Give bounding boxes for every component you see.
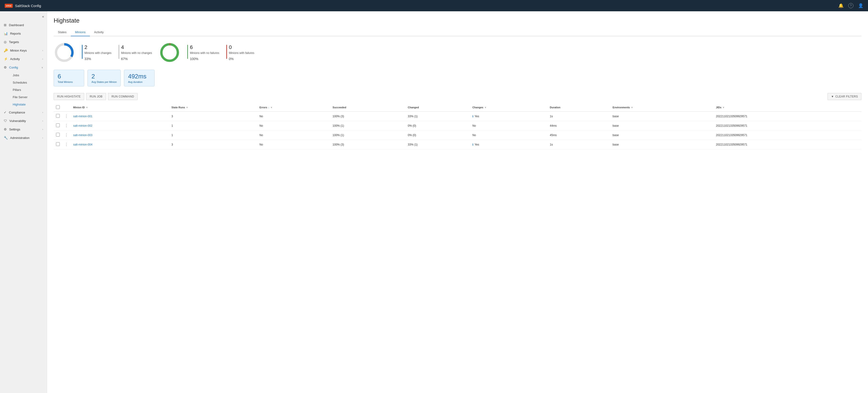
row-checkbox[interactable] [56,133,60,137]
sidebar-item-label: Dashboard [9,23,24,27]
sidebar-item-targets[interactable]: ◎ Targets [0,38,47,46]
stat-failures-pct: 0% [229,57,254,61]
user-icon[interactable]: 👤 [858,3,863,8]
stat-no-failures: 6 Minions with no failures 100% [187,44,219,61]
page-title: Highstate [54,17,861,24]
dashboard-icon: ⊞ [4,23,7,27]
action-buttons: RUN HIGHSTATE RUN JOB RUN COMMAND [54,93,137,100]
sidebar-item-label: Config [9,66,18,69]
minions-table-wrap: Minion ID ▼ State Runs ▼ [54,103,861,149]
select-all-checkbox[interactable] [56,105,60,109]
changes-filter-icon[interactable]: ▼ [484,106,487,109]
sidebar: « ⊞ Dashboard 📊 Reports ◎ Targets 🔑 Mini… [0,11,47,393]
minion-id-link[interactable]: salt-minion-003 [73,134,92,137]
row-minion-id: salt-minion-001 [71,112,169,121]
row-menu-cell: ⋮ [62,140,71,149]
minion-id-link[interactable]: salt-minion-002 [73,124,92,128]
col-changes: Changes ▼ [470,103,547,112]
clear-filters-label: CLEAR FILTERS [835,95,858,98]
avg-states-value: 2 [92,73,117,80]
stat-failures: 0 Minions with failures 0% [226,44,254,61]
col-menu [62,103,71,112]
row-menu-button[interactable]: ⋮ [64,133,68,137]
sidebar-item-settings[interactable]: ⚙ Settings › [0,125,47,134]
table-row: ⋮ salt-minion-002 1 No 100% (1) 0% (0) N… [54,121,861,131]
sidebar-item-administration[interactable]: 🔧 Administration › [0,134,47,142]
settings-icon: ⚙ [4,128,7,131]
row-changed: 33% (1) [406,112,470,121]
minion-keys-icon: 🔑 [4,49,8,52]
state-runs-filter-icon[interactable]: ▼ [186,106,188,109]
filter-icon: ▼ [831,95,834,98]
row-changes: No [470,131,547,140]
sidebar-item-pillars[interactable]: Pillars [9,86,47,93]
row-environments: base [610,121,713,131]
sidebar-item-file-server[interactable]: File Server [9,93,47,101]
total-minions-label: Total Minions [58,81,80,83]
row-state-runs: 3 [169,140,257,149]
run-highstate-button[interactable]: RUN HIGHSTATE [54,93,84,100]
col-state-runs: State Runs ▼ [169,103,257,112]
minion-id-filter-icon[interactable]: ▼ [86,106,88,109]
stat-failures-value: 0 [229,44,254,50]
topnav: vmw SaltStack Config 🔔 ? 👤 [0,0,868,11]
sidebar-item-label: Compliance [9,111,25,114]
sidebar-item-vulnerability[interactable]: 🛡 Vulnerability › [0,117,47,125]
chevron-right-icon: › [42,58,43,60]
row-checkbox[interactable] [56,123,60,127]
sidebar-item-schedules[interactable]: Schedules [9,79,47,86]
row-checkbox-cell [54,121,62,131]
minion-id-link[interactable]: salt-minion-004 [73,143,92,146]
row-checkbox-cell [54,131,62,140]
chevron-right-icon: › [42,128,43,131]
clear-filters-button[interactable]: ▼ CLEAR FILTERS [828,93,861,100]
avg-duration-value: 492ms [128,73,151,80]
changes-value: No [472,124,476,128]
minion-id-link[interactable]: salt-minion-001 [73,115,92,118]
sidebar-item-config[interactable]: ⚙ Config ∨ [0,63,47,72]
stat-no-changes: 4 Minions with no changes 67% [119,44,152,61]
stat-no-failures-label: Minions with no failures [190,51,219,55]
notifications-icon[interactable]: 🔔 [838,3,843,8]
action-bar: RUN HIGHSTATE RUN JOB RUN COMMAND ▼ CLEA… [54,93,861,100]
row-duration: 1s [547,140,610,149]
jids-filter-icon[interactable]: ▼ [722,106,725,109]
table-header: Minion ID ▼ State Runs ▼ [54,103,861,112]
col-environments-label: Environments [613,106,630,109]
run-command-button[interactable]: RUN COMMAND [108,93,137,100]
tab-states[interactable]: States [54,28,71,36]
row-menu-button[interactable]: ⋮ [64,123,68,128]
errors-filter-icon[interactable]: ▼ [270,106,273,109]
sidebar-item-compliance[interactable]: ✓ Compliance › [0,108,47,117]
col-errors: Errors ↓ ▼ [257,103,330,112]
row-menu-button[interactable]: ⋮ [64,142,68,146]
sidebar-item-activity[interactable]: ⚡ Activity › [0,55,47,63]
sidebar-item-label: Vulnerability [9,119,26,123]
sidebar-item-dashboard[interactable]: ⊞ Dashboard [0,21,47,29]
row-errors: No [257,112,330,121]
row-jids: 20221102133509929571 [714,112,861,121]
row-errors: No [257,131,330,140]
compliance-icon: ✓ [4,110,7,114]
help-icon[interactable]: ? [848,3,854,8]
sidebar-item-reports[interactable]: 📊 Reports [0,29,47,38]
row-checkbox[interactable] [56,114,60,118]
row-checkbox[interactable] [56,142,60,146]
sidebar-item-minion-keys[interactable]: 🔑 Minion Keys › [0,46,47,55]
sidebar-item-highstate[interactable]: Highstate [9,101,47,108]
row-duration: 44ms [547,121,610,131]
stat-bar-gray [119,45,119,59]
tab-minions[interactable]: Minions [71,28,90,36]
row-minion-id: salt-minion-002 [71,121,169,131]
run-job-button[interactable]: RUN JOB [86,93,106,100]
stat-changes-label: Minions with changes [85,51,112,55]
sidebar-item-jobs[interactable]: Jobs [9,72,47,79]
col-duration: Duration [547,103,610,112]
row-menu-button[interactable]: ⋮ [64,114,68,118]
errors-sort-icon[interactable]: ↓ [268,106,269,109]
environments-filter-icon[interactable]: ▼ [631,106,633,109]
tab-activity[interactable]: Activity [90,28,108,36]
sidebar-collapse-button[interactable]: « [0,13,47,21]
row-succeeded: 100% (3) [330,112,406,121]
row-environments: base [610,131,713,140]
